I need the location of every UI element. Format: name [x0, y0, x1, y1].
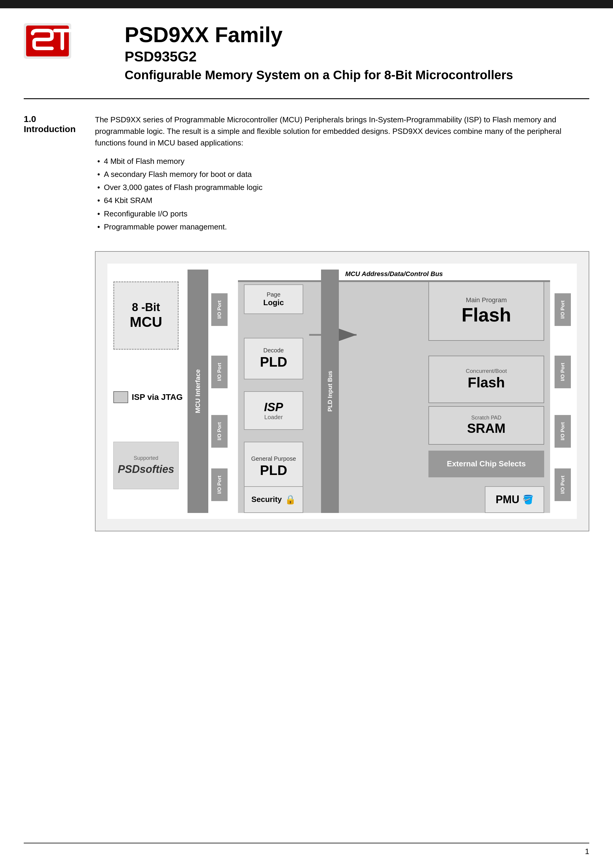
page-text-large: Logic — [263, 298, 284, 307]
io-port-right-text-3: I/O Port — [560, 422, 566, 440]
isp-italic-label: ISP — [264, 400, 283, 414]
isp-jtag-area: ISP via JTAG — [113, 391, 183, 403]
description-title: Configurable Memory System on a Chip for… — [125, 67, 589, 84]
st-logo — [24, 23, 71, 59]
pmu-text: PMU — [496, 493, 520, 506]
mcu-bit-label: 8 -Bit — [132, 301, 160, 314]
diagram-section: MCU Address/Data/Control Bus 8 -Bit MCU … — [95, 251, 589, 532]
mcu-mcu-label: MCU — [130, 314, 162, 330]
main-program-text: Main Program — [466, 296, 507, 304]
content-section: 1.0 Introduction The PSD9XX series of Pr… — [0, 99, 613, 242]
mcu-bus-label: MCU Address/Data/Control Bus — [238, 270, 550, 278]
list-item: Programmable power management. — [95, 220, 589, 233]
diagram-inner: MCU Address/Data/Control Bus 8 -Bit MCU … — [107, 264, 577, 519]
isp-chip-icon — [113, 391, 128, 403]
flash-medium-text: Flash — [467, 374, 505, 391]
io-port-right-2: I/O Port — [554, 356, 571, 388]
top-bus-line — [238, 280, 550, 282]
io-port-right-3: I/O Port — [554, 415, 571, 448]
sram-text-large: SRAM — [467, 421, 506, 436]
list-item: 4 Mbit of Flash memory — [95, 155, 589, 168]
main-flash-box: Main Program Flash — [429, 281, 544, 341]
general-purpose-text: General Purpose — [251, 456, 296, 462]
list-item: 64 Kbit SRAM — [95, 194, 589, 207]
io-port-right-4: I/O Port — [554, 468, 571, 501]
io-port-right-text-1: I/O Port — [560, 301, 566, 319]
list-item: Over 3,000 gates of Flash programmable l… — [95, 181, 589, 194]
header-section: PSD9XX Family PSD935G2 Configurable Memo… — [0, 8, 613, 92]
main-title: PSD9XX Family — [125, 23, 589, 46]
concurrent-text: Concurrent/Boot — [466, 368, 507, 374]
boot-flash-box: Concurrent/Boot Flash — [429, 356, 544, 403]
flash-large-text: Flash — [461, 304, 511, 326]
mcu-interface-label: MCU Interface — [194, 369, 202, 413]
pmu-box: PMU 🪣 — [485, 486, 544, 513]
sram-box: Scratch PAD SRAM — [429, 406, 544, 445]
header-bar — [0, 0, 613, 8]
section-content: The PSD9XX series of Programmable Microc… — [95, 114, 589, 233]
page-number: 1 — [585, 847, 589, 856]
io-port-left-1: I/O Port — [211, 293, 228, 326]
io-port-left-3: I/O Port — [211, 415, 228, 448]
decode-pld-box: Decode PLD — [244, 338, 303, 380]
io-port-text-3: I/O Port — [217, 422, 223, 440]
gen-pld-box: General Purpose PLD — [244, 442, 303, 492]
io-port-right-1: I/O Port — [554, 293, 571, 326]
mcu-interface-bar: MCU Interface — [187, 270, 208, 513]
bucket-icon: 🪣 — [523, 494, 534, 505]
isp-loader-box: ISP Loader — [244, 391, 303, 430]
section-label: 1.0 Introduction — [24, 114, 95, 233]
io-port-left-2: I/O Port — [211, 356, 228, 388]
logo-area — [24, 20, 89, 60]
sub-title: PSD935G2 — [125, 48, 589, 65]
io-port-right-text-4: I/O Port — [560, 476, 566, 494]
isp-jtag-label: ISP via JTAG — [132, 392, 183, 402]
psd-logo: PSDsofties — [118, 463, 174, 476]
io-port-text-2: I/O Port — [217, 363, 223, 381]
scratch-text: Scratch PAD — [471, 415, 502, 421]
security-text: Security — [251, 495, 282, 504]
list-item: Reconfigurable I/O ports — [95, 207, 589, 220]
intro-paragraph: The PSD9XX series of Programmable Microc… — [95, 114, 589, 149]
bottom-section: 1 — [24, 843, 589, 856]
io-port-text-4: I/O Port — [217, 476, 223, 494]
section-name: Introduction — [24, 124, 86, 134]
gen-pld-text: PLD — [260, 462, 287, 478]
page-text-small: Page — [267, 291, 281, 298]
list-item: A secondary Flash memory for boot or dat… — [95, 168, 589, 181]
security-box: Security 🔒 — [244, 486, 303, 513]
supported-text: Supported — [133, 455, 158, 461]
pld-input-bar: PLD Input Bus — [321, 270, 339, 513]
pld-input-label: PLD Input Bus — [327, 371, 333, 412]
section-number: 1.0 — [24, 114, 86, 124]
mcu-box: 8 -Bit MCU — [113, 281, 179, 350]
io-port-right-text-2: I/O Port — [560, 363, 566, 381]
supported-area: Supported PSDsofties — [113, 442, 179, 489]
bullet-list: 4 Mbit of Flash memory A secondary Flash… — [95, 155, 589, 233]
title-area: PSD9XX Family PSD935G2 Configurable Memo… — [89, 20, 589, 84]
ext-chip-selects-box: External Chip Selects — [429, 451, 544, 477]
ext-chip-text: External Chip Selects — [447, 459, 526, 468]
lock-icon: 🔒 — [285, 494, 296, 505]
loader-text: Loader — [265, 414, 283, 421]
page-logic-box: Page Logic — [244, 284, 303, 314]
pld-text-large: PLD — [260, 354, 287, 370]
decode-text: Decode — [263, 347, 284, 354]
io-port-left-4: I/O Port — [211, 468, 228, 501]
io-port-text-1: I/O Port — [217, 301, 223, 319]
